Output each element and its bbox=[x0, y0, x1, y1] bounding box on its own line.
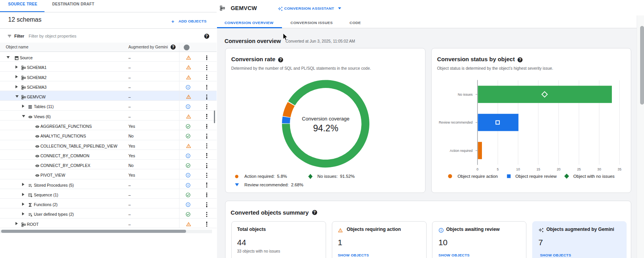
svg-text:30: 30 bbox=[597, 167, 601, 171]
svg-text:10: 10 bbox=[516, 167, 520, 171]
svg-text:Object require action: Object require action bbox=[458, 174, 498, 179]
svg-text:No issues: No issues bbox=[458, 93, 473, 96]
svg-text:Object require review: Object require review bbox=[515, 174, 557, 179]
svg-text:Action required: 5.8%: Action required: 5.8% bbox=[244, 174, 287, 179]
svg-text:Object with no issues: Object with no issues bbox=[573, 174, 615, 179]
svg-text:Review recommended: Review recommended bbox=[439, 121, 473, 125]
svg-text:Review recommended: 2.68%: Review recommended: 2.68% bbox=[244, 182, 303, 187]
svg-text:20: 20 bbox=[557, 167, 560, 171]
svg-text:25: 25 bbox=[577, 167, 581, 171]
svg-text:Conversion coverage: Conversion coverage bbox=[302, 116, 350, 122]
svg-text:35: 35 bbox=[618, 167, 622, 171]
svg-text:5: 5 bbox=[497, 167, 499, 171]
svg-text:0: 0 bbox=[477, 167, 478, 171]
svg-text:Action required: Action required bbox=[450, 149, 473, 153]
svg-text:94.2%: 94.2% bbox=[313, 124, 338, 134]
svg-text:No issues: 91.52%: No issues: 91.52% bbox=[318, 174, 355, 179]
svg-text:15: 15 bbox=[536, 167, 540, 171]
